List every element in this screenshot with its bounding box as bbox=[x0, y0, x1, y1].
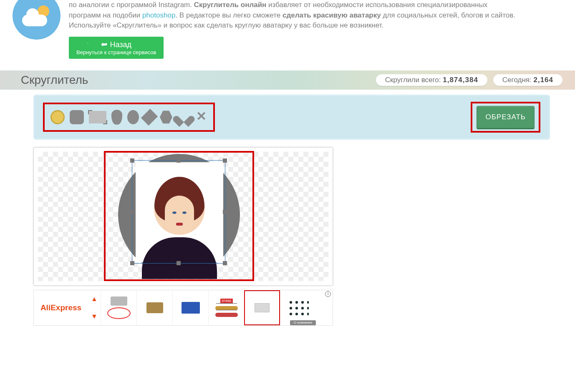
shape-rounded-square[interactable] bbox=[70, 110, 84, 124]
ad-item-1[interactable] bbox=[101, 290, 136, 325]
stat-total: Скруглили всего: 1,874,384 bbox=[376, 74, 487, 86]
photoshop-link[interactable]: photoshop bbox=[142, 11, 175, 19]
back-button[interactable]: ➦Назад Вернуться к странице сервисов bbox=[69, 37, 164, 59]
intro-pre2: . В редакторе вы легко сможете bbox=[175, 11, 282, 19]
back-arrow-icon: ➦ bbox=[101, 40, 107, 49]
shape-selector-highlight: ✕ bbox=[43, 103, 215, 132]
ad-item-4[interactable]: SYMA bbox=[208, 290, 244, 325]
stat-total-value: 1,874,384 bbox=[443, 76, 478, 84]
shape-hexagon[interactable] bbox=[160, 110, 172, 124]
shape-cross-icon[interactable]: ✕ bbox=[195, 110, 207, 124]
shape-oval[interactable] bbox=[127, 110, 139, 124]
crop-button-highlight: ОБРЕЗАТЬ bbox=[471, 102, 540, 133]
intro-text: по аналогии с программой Instagram. Скру… bbox=[69, 0, 520, 31]
stat-today-label: Сегодня: bbox=[502, 76, 534, 84]
stat-total-label: Скруглили всего: bbox=[385, 76, 443, 84]
intro-bold2: сделать красивую аватарку bbox=[282, 11, 381, 19]
ad-item-3[interactable] bbox=[172, 290, 208, 325]
ad-down-arrow-icon[interactable]: ▼ bbox=[91, 313, 98, 320]
ad-item-5[interactable] bbox=[244, 290, 280, 325]
stat-today-value: 2,164 bbox=[533, 76, 553, 84]
title-bar: Скруглитель Скруглили всего: 1,874,384 С… bbox=[0, 70, 575, 90]
ad-info-icon[interactable]: i bbox=[325, 291, 331, 297]
ad-item-6[interactable]: О компании bbox=[280, 290, 316, 325]
crop-button[interactable]: ОБРЕЗАТЬ bbox=[477, 106, 535, 128]
ad-up-arrow-icon[interactable]: ▲ bbox=[91, 295, 98, 303]
editor-canvas[interactable] bbox=[38, 152, 328, 281]
stat-today: Сегодня: 2,164 bbox=[493, 74, 562, 86]
shape-circle[interactable] bbox=[50, 110, 65, 124]
ad-company-badge[interactable]: О компании bbox=[290, 320, 316, 325]
shape-drop[interactable] bbox=[111, 110, 122, 125]
intro-pre: по аналогии с программой Instagram. bbox=[69, 1, 194, 9]
intro-bold1: Скруглитель онлайн bbox=[194, 1, 267, 9]
back-button-title: Назад bbox=[110, 40, 131, 49]
ad-banner[interactable]: AliExpress ▲ ▼ SYMA bbox=[33, 290, 333, 326]
toolbar: ✕ ОБРЕЗАТЬ bbox=[33, 95, 550, 140]
back-button-subtitle: Вернуться к странице сервисов bbox=[76, 49, 156, 55]
ad-item-2[interactable] bbox=[136, 290, 172, 325]
shape-heart[interactable] bbox=[177, 111, 190, 123]
site-logo bbox=[13, 0, 61, 40]
ad-brand-logo[interactable]: AliExpress bbox=[34, 290, 88, 325]
editor-canvas-frame bbox=[33, 147, 333, 286]
shape-rectangle[interactable] bbox=[89, 111, 106, 123]
shape-diamond[interactable] bbox=[141, 109, 158, 126]
page-title: Скруглитель bbox=[21, 73, 88, 87]
